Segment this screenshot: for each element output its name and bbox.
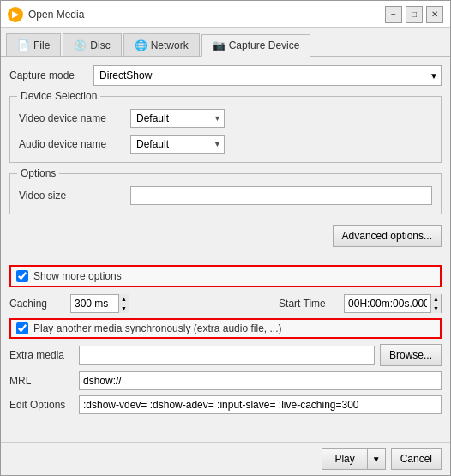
edit-options-input[interactable] bbox=[79, 395, 442, 414]
edit-options-label: Edit Options bbox=[9, 399, 74, 411]
audio-device-select-wrapper: Default ▼ bbox=[130, 135, 225, 154]
play-button[interactable]: Play bbox=[322, 448, 366, 470]
show-more-checkbox[interactable] bbox=[16, 270, 28, 282]
audio-device-row: Audio device name Default ▼ bbox=[19, 135, 432, 154]
video-device-label: Video device name bbox=[19, 112, 130, 124]
video-device-row: Video device name Default ▼ bbox=[19, 109, 432, 128]
minimize-button[interactable]: − bbox=[385, 6, 402, 23]
divider bbox=[9, 256, 442, 256]
tab-file-label: File bbox=[33, 39, 50, 51]
capture-mode-select[interactable]: DirectShow TV - Digital (DVB) TV - Analo… bbox=[93, 65, 442, 86]
tab-disc-label: Disc bbox=[90, 39, 110, 51]
restore-button[interactable]: □ bbox=[406, 6, 423, 23]
device-selection-label: Device Selection bbox=[17, 90, 100, 102]
capture-mode-select-wrapper: DirectShow TV - Digital (DVB) TV - Analo… bbox=[93, 65, 442, 86]
extra-media-label: Extra media bbox=[9, 349, 74, 361]
tab-disc[interactable]: 💿 Disc bbox=[63, 33, 121, 56]
video-size-label: Video size bbox=[19, 190, 130, 202]
video-device-select[interactable]: Default bbox=[130, 109, 225, 128]
tab-capture-label: Capture Device bbox=[229, 39, 300, 51]
network-icon: 🌐 bbox=[135, 39, 147, 51]
vlc-icon: ▶ bbox=[8, 7, 23, 22]
play-dropdown-button[interactable]: ▼ bbox=[367, 448, 386, 470]
edit-options-row: Edit Options bbox=[9, 395, 442, 414]
capture-icon: 📷 bbox=[213, 39, 226, 51]
play-sync-row: Play another media synchronously (extra … bbox=[9, 318, 442, 339]
mrl-input[interactable] bbox=[79, 371, 442, 390]
mrl-label: MRL bbox=[9, 375, 74, 387]
video-size-input[interactable] bbox=[130, 186, 432, 205]
file-icon: 📄 bbox=[17, 39, 30, 51]
disc-icon: 💿 bbox=[74, 39, 87, 51]
tab-capture-device[interactable]: 📷 Capture Device bbox=[201, 34, 311, 57]
caching-label: Caching bbox=[9, 298, 57, 310]
capture-mode-row: Capture mode DirectShow TV - Digital (DV… bbox=[9, 65, 442, 86]
show-more-label: Show more options bbox=[33, 270, 122, 282]
start-time-spinbox: ▲ ▼ bbox=[344, 294, 442, 313]
bottom-bar: Play ▼ Cancel bbox=[1, 442, 450, 475]
video-size-row: Video size bbox=[19, 186, 432, 205]
extra-media-row: Extra media Browse... bbox=[9, 344, 442, 366]
title-bar: ▶ Open Media − □ ✕ bbox=[1, 1, 450, 28]
title-bar-controls: − □ ✕ bbox=[385, 6, 443, 23]
options-group-label: Options bbox=[17, 167, 59, 179]
tab-file[interactable]: 📄 File bbox=[6, 33, 61, 56]
browse-button[interactable]: Browse... bbox=[380, 344, 442, 366]
caching-row: Caching ▲ ▼ Start Time ▲ ▼ bbox=[9, 294, 442, 313]
play-button-group: Play ▼ bbox=[322, 448, 385, 470]
tab-network[interactable]: 🌐 Network bbox=[123, 33, 200, 56]
video-device-select-wrapper: Default ▼ bbox=[130, 109, 225, 128]
main-content: Capture mode DirectShow TV - Digital (DV… bbox=[1, 57, 450, 442]
audio-device-label: Audio device name bbox=[19, 138, 130, 150]
start-time-input[interactable] bbox=[345, 295, 430, 312]
start-time-label: Start Time bbox=[279, 298, 330, 310]
start-time-down-button[interactable]: ▼ bbox=[431, 304, 441, 313]
expanded-options: Caching ▲ ▼ Start Time ▲ ▼ bbox=[9, 294, 442, 414]
extra-media-input[interactable] bbox=[79, 346, 375, 365]
tabs-bar: 📄 File 💿 Disc 🌐 Network 📷 Capture Device bbox=[1, 28, 450, 57]
caching-up-button[interactable]: ▲ bbox=[119, 294, 129, 304]
caching-spinbox-buttons: ▲ ▼ bbox=[118, 294, 129, 313]
caching-input[interactable] bbox=[71, 295, 118, 312]
device-selection-content: Video device name Default ▼ Audio device… bbox=[19, 109, 432, 154]
caching-spinbox: ▲ ▼ bbox=[70, 294, 129, 313]
mrl-row: MRL bbox=[9, 371, 442, 390]
window-title: Open Media bbox=[28, 9, 84, 21]
capture-mode-label: Capture mode bbox=[9, 69, 87, 81]
cancel-button[interactable]: Cancel bbox=[391, 448, 442, 470]
play-sync-checkbox[interactable] bbox=[16, 322, 28, 334]
open-media-window: ▶ Open Media − □ ✕ 📄 File 💿 Disc 🌐 Netwo… bbox=[0, 0, 451, 476]
start-time-up-button[interactable]: ▲ bbox=[431, 294, 441, 304]
caching-down-button[interactable]: ▼ bbox=[119, 304, 129, 313]
device-selection-group: Device Selection Video device name Defau… bbox=[9, 96, 442, 163]
advanced-options-button[interactable]: Advanced options... bbox=[333, 225, 442, 247]
start-time-spinbox-buttons: ▲ ▼ bbox=[430, 294, 441, 313]
show-more-row: Show more options bbox=[9, 265, 442, 287]
tab-network-label: Network bbox=[151, 39, 189, 51]
close-button[interactable]: ✕ bbox=[426, 6, 443, 23]
options-content: Video size bbox=[19, 186, 432, 205]
advanced-options-row: Advanced options... bbox=[9, 225, 442, 247]
audio-device-select[interactable]: Default bbox=[130, 135, 225, 154]
options-group: Options Video size bbox=[9, 173, 442, 214]
title-bar-left: ▶ Open Media bbox=[8, 7, 84, 22]
play-sync-label: Play another media synchronously (extra … bbox=[33, 322, 281, 334]
